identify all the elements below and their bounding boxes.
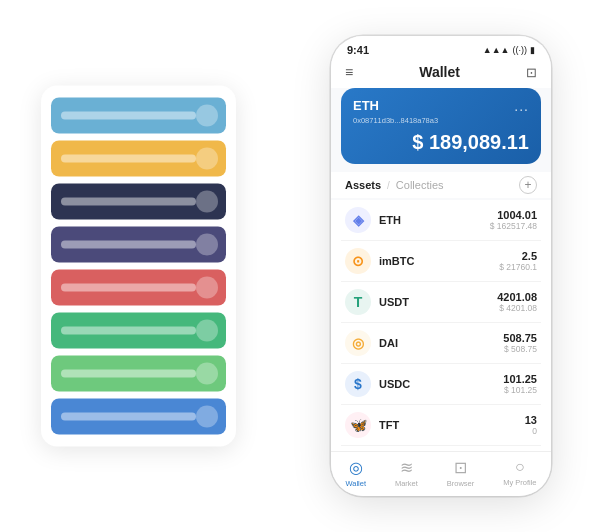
battery-icon: ▮	[530, 45, 535, 55]
add-asset-button[interactable]: +	[519, 176, 537, 194]
card-text-line	[61, 327, 196, 335]
asset-icon-tft: 🦋	[345, 412, 371, 438]
market-nav-icon: ≋	[400, 458, 413, 477]
card-strip-1[interactable]	[51, 141, 226, 177]
tab-assets[interactable]: Assets	[345, 179, 381, 191]
status-bar: 9:41 ▲▲▲ ((·)) ▮	[331, 36, 551, 60]
asset-icon-imbtc: ⊙	[345, 248, 371, 274]
asset-row-usdt[interactable]: T USDT 4201.08 $ 4201.08	[341, 282, 541, 323]
card-strip-7[interactable]	[51, 399, 226, 435]
asset-icon-eth: ◈	[345, 207, 371, 233]
asset-amounts-usdt: 4201.08 $ 4201.08	[497, 291, 537, 313]
card-strip-5[interactable]	[51, 313, 226, 349]
asset-icon-dai: ◎	[345, 330, 371, 356]
card-icon	[196, 320, 218, 342]
profile-nav-icon: ○	[515, 458, 525, 476]
tab-collecties[interactable]: Collecties	[396, 179, 444, 191]
tab-separator: /	[387, 180, 390, 191]
status-icons: ▲▲▲ ((·)) ▮	[483, 45, 535, 55]
card-text-line	[61, 413, 196, 421]
card-text-line	[61, 198, 196, 206]
card-text-line	[61, 241, 196, 249]
asset-name-usdc: USDC	[379, 378, 495, 390]
asset-name-dai: DAI	[379, 337, 495, 349]
eth-card-more[interactable]: ...	[514, 98, 529, 114]
card-text-line	[61, 370, 196, 378]
nav-item-wallet[interactable]: ◎ Wallet	[345, 458, 366, 488]
card-icon	[196, 148, 218, 170]
asset-amounts-imbtc: 2.5 $ 21760.1	[499, 250, 537, 272]
asset-list: ◈ ETH 1004.01 $ 162517.48 ⊙ imBTC 2.5 $ …	[331, 200, 551, 451]
asset-row-tft[interactable]: 🦋 TFT 13 0	[341, 405, 541, 446]
status-time: 9:41	[347, 44, 369, 56]
asset-amounts-tft: 13 0	[525, 414, 537, 436]
card-text-line	[61, 112, 196, 120]
asset-name-usdt: USDT	[379, 296, 489, 308]
card-icon	[196, 105, 218, 127]
scene: 9:41 ▲▲▲ ((·)) ▮ ≡ Wallet ⊡ ETH ... 0x08…	[21, 16, 581, 516]
nav-item-browser[interactable]: ⊡ Browser	[447, 458, 475, 488]
menu-icon[interactable]: ≡	[345, 64, 353, 80]
nav-label-1: Market	[395, 479, 418, 488]
expand-icon[interactable]: ⊡	[526, 65, 537, 80]
card-strip-0[interactable]	[51, 98, 226, 134]
nav-item-my-profile[interactable]: ○ My Profile	[503, 458, 536, 488]
asset-row-imbtc[interactable]: ⊙ imBTC 2.5 $ 21760.1	[341, 241, 541, 282]
wallet-nav-icon: ◎	[349, 458, 363, 477]
card-strip-2[interactable]	[51, 184, 226, 220]
nav-label-3: My Profile	[503, 478, 536, 487]
asset-name-eth: ETH	[379, 214, 482, 226]
card-icon	[196, 191, 218, 213]
card-text-line	[61, 155, 196, 163]
bottom-nav: ◎ Wallet ≋ Market ⊡ Browser ○ My Profile	[331, 451, 551, 496]
asset-amounts-dai: 508.75 $ 508.75	[503, 332, 537, 354]
nav-item-market[interactable]: ≋ Market	[395, 458, 418, 488]
asset-row-usdc[interactable]: $ USDC 101.25 $ 101.25	[341, 364, 541, 405]
eth-card-address: 0x08711d3b...8418a78a3	[353, 116, 529, 125]
card-icon	[196, 406, 218, 428]
signal-icon: ▲▲▲	[483, 45, 510, 55]
nav-label-2: Browser	[447, 479, 475, 488]
back-panel	[41, 86, 236, 447]
asset-name-tft: TFT	[379, 419, 517, 431]
asset-icon-usdc: $	[345, 371, 371, 397]
asset-amounts-eth: 1004.01 $ 162517.48	[490, 209, 537, 231]
wifi-icon: ((·))	[513, 45, 528, 55]
asset-name-imbtc: imBTC	[379, 255, 491, 267]
card-icon	[196, 363, 218, 385]
eth-card[interactable]: ETH ... 0x08711d3b...8418a78a3 $ 189,089…	[341, 88, 541, 164]
card-text-line	[61, 284, 196, 292]
asset-amounts-usdc: 101.25 $ 101.25	[503, 373, 537, 395]
nav-label-0: Wallet	[345, 479, 366, 488]
asset-row-dai[interactable]: ◎ DAI 508.75 $ 508.75	[341, 323, 541, 364]
phone: 9:41 ▲▲▲ ((·)) ▮ ≡ Wallet ⊡ ETH ... 0x08…	[331, 36, 551, 496]
assets-tabs: Assets / Collecties +	[331, 172, 551, 198]
eth-card-balance: $ 189,089.11	[353, 131, 529, 154]
asset-icon-usdt: T	[345, 289, 371, 315]
asset-row-eth[interactable]: ◈ ETH 1004.01 $ 162517.48	[341, 200, 541, 241]
card-strip-6[interactable]	[51, 356, 226, 392]
eth-card-coin: ETH	[353, 98, 379, 113]
page-title: Wallet	[419, 64, 460, 80]
browser-nav-icon: ⊡	[454, 458, 467, 477]
card-strip-4[interactable]	[51, 270, 226, 306]
card-icon	[196, 277, 218, 299]
card-icon	[196, 234, 218, 256]
card-strip-3[interactable]	[51, 227, 226, 263]
nav-header: ≡ Wallet ⊡	[331, 60, 551, 88]
